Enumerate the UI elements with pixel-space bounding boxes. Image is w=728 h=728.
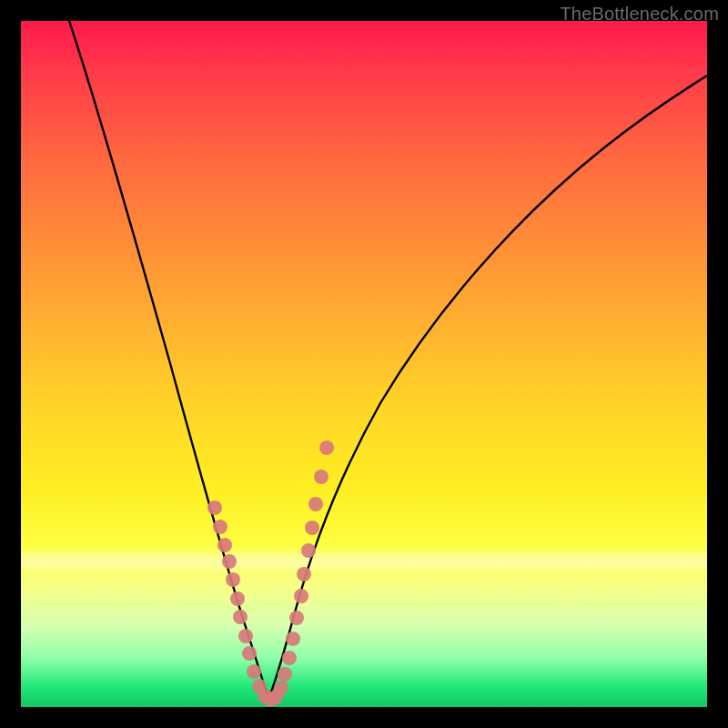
svg-point-8 — [242, 646, 257, 661]
svg-point-2 — [217, 538, 232, 552]
curve-right — [268, 76, 707, 700]
svg-point-20 — [297, 567, 311, 581]
chart-plot-area — [21, 21, 707, 707]
svg-point-25 — [319, 440, 334, 455]
svg-point-0 — [207, 500, 222, 515]
svg-point-9 — [247, 664, 261, 679]
svg-point-15 — [278, 667, 292, 682]
svg-point-24 — [314, 470, 329, 484]
watermark-text: TheBottleneck.com — [560, 4, 719, 25]
svg-point-6 — [233, 610, 248, 624]
chart-svg — [21, 21, 707, 707]
marker-dot-group — [207, 440, 334, 707]
svg-point-22 — [305, 521, 319, 535]
svg-point-3 — [222, 554, 237, 569]
svg-point-21 — [301, 543, 316, 558]
svg-point-14 — [274, 681, 288, 695]
svg-point-18 — [289, 611, 304, 625]
svg-point-23 — [308, 497, 323, 511]
svg-point-1 — [213, 520, 228, 534]
svg-point-17 — [286, 632, 300, 646]
svg-point-5 — [230, 592, 245, 606]
svg-point-7 — [238, 629, 253, 643]
svg-point-19 — [294, 589, 308, 603]
svg-point-4 — [226, 572, 240, 587]
svg-point-16 — [282, 651, 297, 665]
